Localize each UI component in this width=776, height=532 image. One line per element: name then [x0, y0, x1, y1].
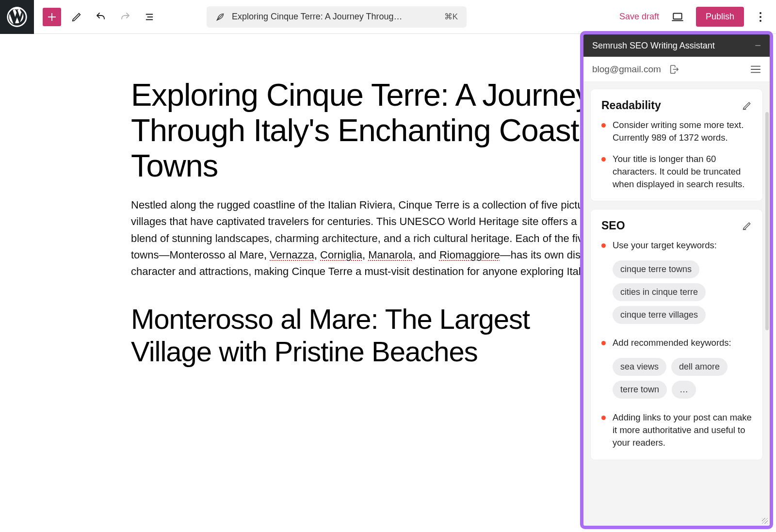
readability-title: Readability [601, 99, 661, 112]
add-block-button[interactable] [43, 8, 61, 26]
document-title-text: Exploring Cinque Terre: A Journey Throug… [232, 12, 437, 22]
seo-title: SEO [601, 219, 625, 232]
plus-icon [47, 12, 57, 22]
svg-point-2 [760, 12, 761, 14]
seo-text: Add recommended keywords: [613, 337, 731, 349]
document-overview-button[interactable] [141, 8, 158, 26]
redo-button[interactable] [116, 8, 134, 26]
keyword-chip[interactable]: terre town [613, 381, 667, 399]
more-options-button[interactable] [754, 12, 767, 22]
panel-title: Semrush SEO Writing Assistant [592, 41, 715, 51]
bullet-dot-icon [601, 341, 606, 345]
spellcheck-word[interactable]: Vernazza [270, 249, 314, 261]
hamburger-icon[interactable] [750, 65, 761, 74]
feather-icon [215, 12, 225, 22]
publish-button[interactable]: Publish [696, 7, 744, 27]
semrush-panel: Semrush SEO Writing Assistant − blog@gma… [580, 31, 773, 529]
readability-card: Readability Consider writing some more t… [590, 89, 763, 201]
spellcheck-word[interactable]: Manarola [368, 249, 413, 261]
post-paragraph[interactable]: Nestled along the rugged coastline of th… [131, 197, 616, 279]
keyword-chip[interactable]: sea views [613, 358, 666, 376]
post-title[interactable]: Exploring Cinque Terre: A Journey Throug… [131, 78, 616, 183]
account-email: blog@gmail.com [592, 64, 661, 75]
toolbar-right-group: Save draft Publish [619, 7, 776, 27]
bullet-dot-icon [601, 416, 606, 420]
toolbar-left-group [34, 8, 158, 26]
bullet-dot-icon [601, 243, 606, 248]
redo-icon [119, 11, 131, 23]
keyword-chip[interactable]: cinque terre villages [613, 306, 706, 324]
readability-item: Consider writing some more text. Current… [601, 119, 752, 144]
keyword-chip[interactable]: cinque terre towns [613, 260, 699, 278]
panel-account-row: blog@gmail.com [583, 57, 770, 82]
edit-icon[interactable] [742, 101, 752, 111]
pencil-icon [71, 12, 82, 22]
bullet-dot-icon [601, 157, 606, 161]
panel-body: Readability Consider writing some more t… [583, 82, 770, 526]
spellcheck-word[interactable]: Corniglia [320, 249, 362, 261]
command-shortcut: ⌘K [444, 12, 458, 22]
laptop-icon [671, 11, 684, 23]
top-toolbar: Exploring Cinque Terre: A Journey Throug… [0, 0, 776, 34]
post-heading-2[interactable]: Monterosso al Mare: The Largest Village … [131, 303, 616, 368]
readability-text: Consider writing some more text. Current… [613, 119, 752, 144]
svg-rect-1 [673, 13, 681, 19]
seo-text: Use your target keywords: [613, 239, 717, 252]
seo-text: Adding links to your post can make it mo… [613, 411, 752, 449]
readability-item: Your title is longer than 60 characters.… [601, 153, 752, 191]
logout-icon[interactable] [669, 64, 679, 75]
seo-item: Use your target keywords: [601, 239, 752, 252]
resize-handle[interactable] [761, 517, 768, 524]
readability-text: Your title is longer than 60 characters.… [613, 153, 752, 191]
svg-point-3 [760, 16, 761, 18]
keyword-chip-more[interactable]: … [672, 381, 696, 399]
wordpress-logo[interactable] [0, 0, 34, 34]
seo-card: SEO Use your target keywords: cinque ter… [590, 209, 763, 460]
edit-mode-button[interactable] [68, 8, 85, 26]
panel-collapse-button[interactable]: − [755, 39, 761, 52]
document-title-pill[interactable]: Exploring Cinque Terre: A Journey Throug… [207, 6, 467, 28]
undo-icon [95, 11, 107, 23]
keyword-chip[interactable]: cities in cinque terre [613, 283, 706, 301]
svg-point-4 [760, 20, 761, 22]
undo-button[interactable] [92, 8, 110, 26]
spellcheck-word[interactable]: Riomaggiore [439, 249, 500, 261]
bullet-dot-icon [601, 123, 606, 128]
kebab-icon [759, 12, 762, 22]
scrollbar[interactable] [765, 112, 769, 330]
panel-header: Semrush SEO Writing Assistant − [583, 34, 770, 57]
seo-item: Add recommended keywords: [601, 337, 752, 349]
keyword-row: cinque terre towns cities in cinque terr… [613, 260, 752, 324]
save-draft-button[interactable]: Save draft [619, 12, 659, 22]
edit-icon[interactable] [742, 221, 752, 231]
preview-button[interactable] [669, 8, 686, 26]
wordpress-icon [7, 7, 27, 27]
seo-item: Adding links to your post can make it mo… [601, 411, 752, 449]
keyword-chip[interactable]: dell amore [671, 358, 728, 376]
keyword-row: sea views dell amore terre town … [613, 358, 752, 399]
outline-icon [144, 12, 155, 22]
